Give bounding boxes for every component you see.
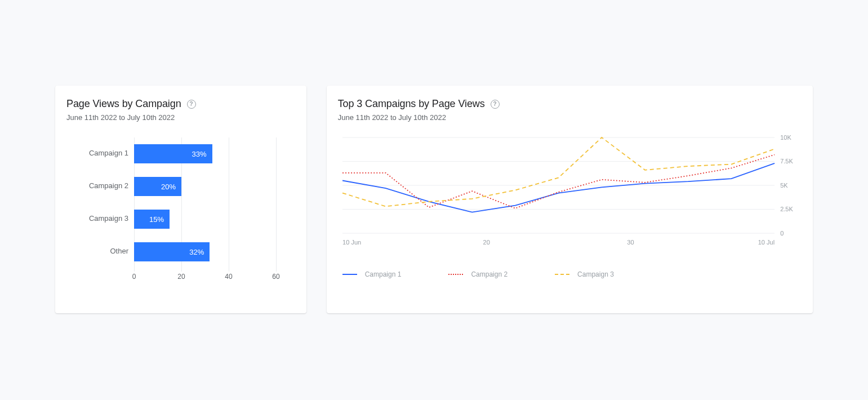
card-title: Top 3 Campaigns by Page Views [338,98,485,110]
x-tick-label: 10 Jun [342,239,361,246]
y-tick-label: 0 [780,230,784,237]
legend-item: Campaign 2 [448,270,508,278]
help-icon[interactable]: ? [491,100,500,109]
bar-category-label: Campaign 1 [66,149,128,157]
legend-label: Campaign 3 [577,270,614,278]
y-tick-label: 5K [780,182,788,189]
bar: 20% [134,177,181,196]
legend-item: Campaign 1 [342,270,402,278]
bar: 32% [134,242,210,261]
x-tick-label: 40 [225,273,232,281]
gridline [276,137,277,272]
legend-label: Campaign 1 [365,270,402,278]
page-views-by-campaign-card: Page Views by Campaign ? June 11th 2022 … [55,86,306,313]
line-series [342,163,774,212]
legend-item: Campaign 3 [555,270,614,278]
help-icon[interactable]: ? [187,100,196,109]
line-series [342,155,774,208]
x-tick-label: 20 [483,239,489,246]
legend-label: Campaign 2 [471,270,508,278]
legend-swatch [342,274,357,275]
x-tick-label: 30 [627,239,634,246]
card-subheading: June 11th 2022 to July 10th 2022 [338,113,802,122]
x-tick-label: 60 [272,273,279,281]
card-header: Top 3 Campaigns by Page Views ? [338,98,802,110]
y-tick-label: 10K [780,134,791,141]
x-tick-label: 20 [177,273,185,281]
card-title: Page Views by Campaign [66,98,181,110]
y-tick-label: 2.5K [780,206,793,213]
gridline [229,137,229,272]
card-subheading: June 11th 2022 to July 10th 2022 [66,113,295,122]
line-series [342,137,774,206]
bar: 33% [134,144,212,163]
x-tick-label: 10 Jul [758,239,774,246]
bar-category-label: Other [66,247,128,255]
x-tick-label: 0 [132,273,136,281]
legend: Campaign 1Campaign 2Campaign 3 [338,270,802,278]
legend-swatch [448,274,463,275]
y-tick-label: 7.5K [780,158,793,165]
bar-category-label: Campaign 3 [66,214,128,223]
line-chart: 02.5K5K7.5K10K10 Jun203010 Jul [338,134,802,247]
top-campaigns-line-card: Top 3 Campaigns by Page Views ? June 11t… [327,86,813,313]
bar-chart: Campaign 133%Campaign 220%Campaign 315%O… [66,137,295,301]
legend-swatch [555,274,569,275]
bar: 15% [134,210,170,229]
bar-category-label: Campaign 2 [66,181,128,190]
card-header: Page Views by Campaign ? [66,98,295,110]
